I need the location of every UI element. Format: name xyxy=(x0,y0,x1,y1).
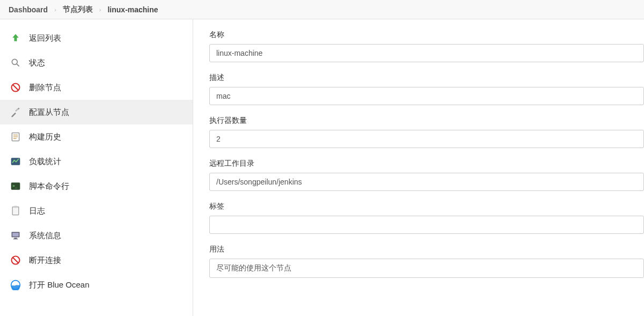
sidebar-item-label: 日志 xyxy=(29,206,45,216)
svg-rect-12 xyxy=(14,206,18,208)
sidebar-item-label: 脚本命令行 xyxy=(29,181,69,192)
labels-input[interactable] xyxy=(209,216,644,234)
field-executors: 执行器数量 xyxy=(209,116,644,148)
svg-rect-14 xyxy=(12,233,19,237)
chart-icon xyxy=(10,156,21,167)
sidebar-item-configure[interactable]: 配置从节点 xyxy=(0,100,193,124)
breadcrumb-separator: › xyxy=(54,6,56,13)
sidebar-item-history[interactable]: 构建历史 xyxy=(0,124,193,149)
clipboard-icon xyxy=(10,205,21,217)
sidebar-item-label: 配置从节点 xyxy=(29,107,69,117)
blue-ocean-icon xyxy=(10,279,21,291)
sidebar-item-delete[interactable]: 删除节点 xyxy=(0,75,193,100)
sidebar-item-status[interactable]: 状态 xyxy=(0,50,193,75)
main-content: 名称 描述 执行器数量 远程工作目录 标签 用法 尽可能的使用这个节点 xyxy=(193,19,644,316)
sidebar-item-disconnect[interactable]: 断开连接 xyxy=(0,248,193,273)
notepad-icon xyxy=(10,131,21,143)
sidebar-item-label: 删除节点 xyxy=(29,83,61,93)
usage-select[interactable]: 尽可能的使用这个节点 xyxy=(209,259,644,278)
sidebar-item-label: 系统信息 xyxy=(29,231,61,241)
field-label-usage: 用法 xyxy=(209,245,644,254)
breadcrumb-separator: › xyxy=(99,6,101,13)
sidebar-item-log[interactable]: 日志 xyxy=(0,199,193,223)
breadcrumb: Dashboard › 节点列表 › linux-machine xyxy=(0,0,644,19)
svg-line-18 xyxy=(13,258,18,263)
svg-line-1 xyxy=(17,64,19,67)
executors-input[interactable] xyxy=(209,130,644,148)
sidebar-item-back[interactable]: 返回列表 xyxy=(0,26,193,50)
field-label-description: 描述 xyxy=(209,73,644,83)
description-input[interactable] xyxy=(209,87,644,105)
field-label-remote-root: 远程工作目录 xyxy=(209,159,644,168)
breadcrumb-node-list[interactable]: 节点列表 xyxy=(63,5,93,14)
name-input[interactable] xyxy=(209,44,644,62)
svg-rect-15 xyxy=(14,238,17,239)
no-entry-icon xyxy=(10,82,21,93)
arrow-up-icon xyxy=(10,32,21,44)
magnifier-icon xyxy=(10,57,21,69)
sidebar-item-label: 负载统计 xyxy=(29,157,61,167)
svg-point-0 xyxy=(12,59,17,64)
remote-root-input[interactable] xyxy=(209,173,644,191)
sidebar-item-label: 打开 Blue Ocean xyxy=(29,280,90,290)
sidebar-item-label: 返回列表 xyxy=(29,33,61,43)
wrench-icon xyxy=(10,106,21,118)
field-name: 名称 xyxy=(209,30,644,62)
monitor-icon xyxy=(10,230,21,241)
sidebar-item-label: 断开连接 xyxy=(29,255,61,266)
sidebar: 返回列表 状态 删除节点 配置从节点 构建历史 xyxy=(0,19,193,316)
field-description: 描述 xyxy=(209,73,644,105)
svg-line-3 xyxy=(13,85,18,90)
field-usage: 用法 尽可能的使用这个节点 xyxy=(209,245,644,278)
sidebar-item-label: 状态 xyxy=(29,58,45,68)
svg-text:>_: >_ xyxy=(12,183,18,188)
breadcrumb-current[interactable]: linux-machine xyxy=(107,5,158,14)
terminal-icon: >_ xyxy=(10,180,21,192)
sidebar-item-sysinfo[interactable]: 系统信息 xyxy=(0,223,193,248)
svg-rect-16 xyxy=(13,239,18,239)
field-label-executors: 执行器数量 xyxy=(209,116,644,126)
sidebar-item-script[interactable]: >_ 脚本命令行 xyxy=(0,174,193,199)
breadcrumb-dashboard[interactable]: Dashboard xyxy=(9,5,48,14)
sidebar-item-label: 构建历史 xyxy=(29,132,61,142)
sidebar-item-load[interactable]: 负载统计 xyxy=(0,149,193,174)
field-label-name: 名称 xyxy=(209,30,644,40)
field-label-labels: 标签 xyxy=(209,202,644,211)
svg-rect-11 xyxy=(12,207,19,215)
no-entry-icon xyxy=(10,254,21,266)
field-labels: 标签 xyxy=(209,202,644,234)
sidebar-item-blue-ocean[interactable]: 打开 Blue Ocean xyxy=(0,273,193,297)
field-remote-root: 远程工作目录 xyxy=(209,159,644,191)
